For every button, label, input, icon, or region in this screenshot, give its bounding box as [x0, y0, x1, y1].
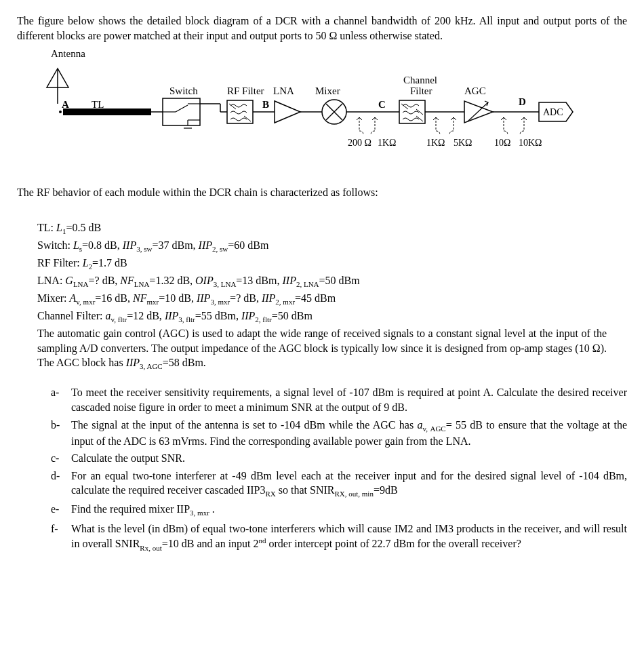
spec-tl: TL: L1=0.5 dB — [37, 220, 627, 237]
lna-block — [275, 101, 300, 123]
mixer-block — [322, 100, 346, 124]
question-c-text: Calculate the output SNR. — [71, 451, 627, 466]
switch-block — [163, 98, 200, 128]
question-b: b- The signal at the input of the antenn… — [51, 418, 627, 449]
tl-block — [63, 109, 151, 115]
block-diagram: A TL Switch RF Filter B LNA Mixer — [17, 63, 627, 172]
question-d-label: d- — [51, 469, 71, 484]
question-f: f- What is the level (in dBm) of equal t… — [51, 521, 627, 553]
question-e-label: e- — [51, 502, 71, 517]
rf-filter-block — [227, 100, 253, 123]
question-a-label: a- — [51, 385, 71, 400]
question-d: d- For an equal two-tone interferer at -… — [51, 469, 627, 500]
point-a-label: A — [62, 99, 69, 110]
spec-rffilter: RF Filter: L2=1.7 dB — [37, 256, 627, 272]
antenna-label: Antenna — [51, 47, 627, 60]
svg-line-27 — [416, 109, 423, 115]
point-d-label: D — [519, 96, 526, 107]
svg-line-28 — [416, 116, 423, 121]
channel-label: Channel — [403, 75, 437, 85]
question-c-label: c- — [51, 451, 71, 466]
question-d-text: For an equal two-tone interferer at -49 … — [71, 469, 627, 500]
imp-5k: 5KΩ — [454, 138, 472, 148]
question-b-text: The signal at the input of the antenna i… — [71, 418, 627, 449]
question-e-text: Find the required mixer IIP3, mxr . — [71, 502, 627, 518]
point-b-label: B — [262, 99, 269, 110]
svg-marker-33 — [464, 101, 493, 123]
question-b-label: b- — [51, 418, 71, 433]
imp-1k-a: 1KΩ — [378, 138, 397, 148]
imp-10: 10Ω — [494, 138, 510, 148]
agc-block — [464, 101, 493, 123]
imp-1k-b: 1KΩ — [426, 138, 445, 148]
tl-label: TL — [92, 99, 104, 110]
impedance-arrows-3 — [501, 117, 527, 135]
intro-paragraph: The figure below shows the detailed bloc… — [17, 14, 627, 43]
mid-paragraph: The RF behavior of each module within th… — [17, 185, 627, 200]
adc-block: ADC — [539, 102, 573, 121]
question-e: e- Find the required mixer IIP3, mxr . — [51, 502, 627, 518]
imp-10k: 10KΩ — [519, 138, 542, 148]
svg-line-6 — [176, 105, 188, 112]
spec-agc-desc: The automatic gain control (AGC) is used… — [37, 326, 607, 372]
question-a: a- To meet the receiver sensitivity requ… — [51, 385, 627, 414]
question-f-text: What is the level (in dBm) of equal two-… — [71, 521, 627, 553]
mixer-label: Mixer — [315, 85, 340, 96]
question-a-text: To meet the receiver sensitivity require… — [71, 385, 627, 414]
impedance-arrows-2 — [433, 117, 456, 135]
impedance-arrows-1 — [357, 117, 378, 135]
svg-line-34 — [468, 102, 488, 121]
spec-switch: Switch: Ls=0.8 dB, IIP3, sw=37 dBm, IIP2… — [37, 238, 627, 254]
svg-text:ADC: ADC — [543, 107, 563, 117]
spec-chfilter: Channel Filter: av, fltr=12 dB, IIP3, fl… — [37, 309, 627, 325]
filter-label: Filter — [410, 85, 432, 96]
question-c: c- Calculate the output SNR. — [51, 451, 627, 466]
point-c-label: C — [378, 99, 386, 110]
questions-list: a- To meet the receiver sensitivity requ… — [51, 385, 627, 553]
channel-filter-block — [399, 100, 425, 123]
switch-label: Switch — [169, 85, 198, 96]
spec-mixer: Mixer: Av, mxr=16 dB, NFmxr=10 dB, IIP3,… — [37, 291, 627, 307]
spec-lna: LNA: GLNA=? dB, NFLNA=1.32 dB, OIP3, LNA… — [37, 273, 627, 290]
imp-200: 200 Ω — [348, 138, 371, 148]
svg-line-16 — [244, 116, 251, 121]
question-f-label: f- — [51, 521, 71, 536]
agc-label: AGC — [464, 85, 486, 96]
rf-filter-label: RF Filter — [227, 85, 264, 96]
specs-list: TL: L1=0.5 dB Switch: Ls=0.8 dB, IIP3, s… — [37, 220, 627, 372]
svg-point-2 — [59, 111, 62, 113]
lna-label: LNA — [273, 85, 294, 96]
